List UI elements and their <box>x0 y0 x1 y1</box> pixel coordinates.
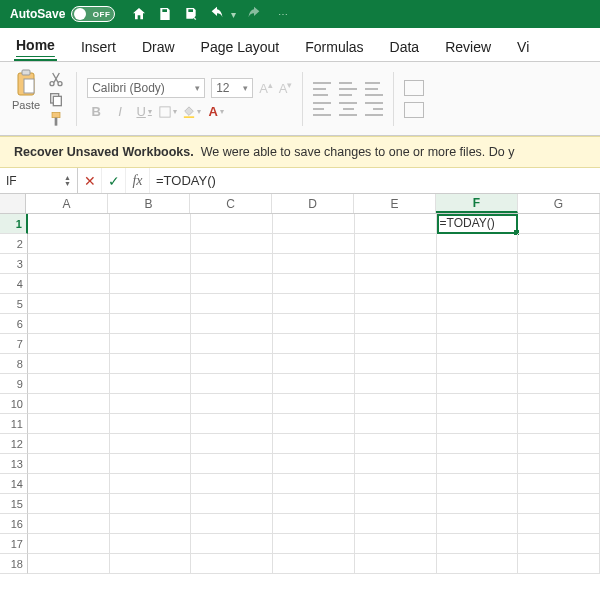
cell-G12[interactable] <box>518 434 600 454</box>
font-name-dropdown[interactable]: Calibri (Body)▾ <box>87 78 205 98</box>
tab-page-layout[interactable]: Page Layout <box>199 33 282 61</box>
cell-E17[interactable] <box>355 534 437 554</box>
row-header-1[interactable]: 1 <box>0 214 28 234</box>
cell-B4[interactable] <box>110 274 192 294</box>
cell-F15[interactable] <box>437 494 519 514</box>
cell-C7[interactable] <box>191 334 273 354</box>
cell-C5[interactable] <box>191 294 273 314</box>
cell-E3[interactable] <box>355 254 437 274</box>
cell-F12[interactable] <box>437 434 519 454</box>
cell-G7[interactable] <box>518 334 600 354</box>
tab-home[interactable]: Home <box>14 31 57 61</box>
cell-F7[interactable] <box>437 334 519 354</box>
cell-F11[interactable] <box>437 414 519 434</box>
cell-G1[interactable] <box>518 214 600 234</box>
cell-B11[interactable] <box>110 414 192 434</box>
column-header-B[interactable]: B <box>108 194 190 213</box>
row-header-16[interactable]: 16 <box>0 514 28 534</box>
cell-A11[interactable] <box>28 414 110 434</box>
cell-G14[interactable] <box>518 474 600 494</box>
cell-G4[interactable] <box>518 274 600 294</box>
row-header-11[interactable]: 11 <box>0 414 28 434</box>
row-header-17[interactable]: 17 <box>0 534 28 554</box>
cell-D4[interactable] <box>273 274 355 294</box>
cell-D17[interactable] <box>273 534 355 554</box>
row-header-14[interactable]: 14 <box>0 474 28 494</box>
cell-E2[interactable] <box>355 234 437 254</box>
cell-D15[interactable] <box>273 494 355 514</box>
column-header-C[interactable]: C <box>190 194 272 213</box>
cell-F4[interactable] <box>437 274 519 294</box>
cell-A12[interactable] <box>28 434 110 454</box>
cell-A1[interactable] <box>28 214 110 234</box>
redo-icon[interactable] <box>246 6 262 22</box>
cell-E7[interactable] <box>355 334 437 354</box>
merge-cells-icon[interactable] <box>404 102 424 118</box>
row-header-15[interactable]: 15 <box>0 494 28 514</box>
row-header-6[interactable]: 6 <box>0 314 28 334</box>
cell-E15[interactable] <box>355 494 437 514</box>
row-header-5[interactable]: 5 <box>0 294 28 314</box>
cell-E18[interactable] <box>355 554 437 574</box>
align-center-icon[interactable] <box>339 102 357 116</box>
cell-B3[interactable] <box>110 254 192 274</box>
cell-B5[interactable] <box>110 294 192 314</box>
cell-G6[interactable] <box>518 314 600 334</box>
formula-input[interactable]: =TODAY() <box>150 173 600 188</box>
cell-C3[interactable] <box>191 254 273 274</box>
recovery-bar[interactable]: Recover Unsaved Workbooks. We were able … <box>0 136 600 168</box>
cell-B12[interactable] <box>110 434 192 454</box>
undo-dropdown-icon[interactable]: ▾ <box>231 9 236 20</box>
cell-B9[interactable] <box>110 374 192 394</box>
cell-D9[interactable] <box>273 374 355 394</box>
cell-A14[interactable] <box>28 474 110 494</box>
row-header-18[interactable]: 18 <box>0 554 28 574</box>
align-top-icon[interactable] <box>313 82 331 96</box>
tab-review[interactable]: Review <box>443 33 493 61</box>
cell-C9[interactable] <box>191 374 273 394</box>
cell-B17[interactable] <box>110 534 192 554</box>
cell-A4[interactable] <box>28 274 110 294</box>
cell-C18[interactable] <box>191 554 273 574</box>
cell-G16[interactable] <box>518 514 600 534</box>
cell-D5[interactable] <box>273 294 355 314</box>
cell-G10[interactable] <box>518 394 600 414</box>
column-header-A[interactable]: A <box>26 194 108 213</box>
row-header-9[interactable]: 9 <box>0 374 28 394</box>
tab-view[interactable]: Vi <box>515 33 531 61</box>
align-bottom-icon[interactable] <box>365 82 383 96</box>
name-box[interactable]: IF ▲▼ <box>0 168 78 193</box>
cell-F16[interactable] <box>437 514 519 534</box>
cell-A17[interactable] <box>28 534 110 554</box>
cell-A18[interactable] <box>28 554 110 574</box>
cell-B14[interactable] <box>110 474 192 494</box>
cell-C16[interactable] <box>191 514 273 534</box>
row-header-13[interactable]: 13 <box>0 454 28 474</box>
cell-D8[interactable] <box>273 354 355 374</box>
cell-B10[interactable] <box>110 394 192 414</box>
row-header-12[interactable]: 12 <box>0 434 28 454</box>
cell-A13[interactable] <box>28 454 110 474</box>
cell-A9[interactable] <box>28 374 110 394</box>
column-header-D[interactable]: D <box>272 194 354 213</box>
cell-D18[interactable] <box>273 554 355 574</box>
increase-font-icon[interactable]: A▴ <box>259 80 273 96</box>
row-header-4[interactable]: 4 <box>0 274 28 294</box>
undo-icon[interactable] <box>209 6 225 22</box>
cell-D11[interactable] <box>273 414 355 434</box>
cell-E16[interactable] <box>355 514 437 534</box>
cell-F18[interactable] <box>437 554 519 574</box>
cell-A8[interactable] <box>28 354 110 374</box>
cell-E5[interactable] <box>355 294 437 314</box>
cell-F10[interactable] <box>437 394 519 414</box>
cell-G8[interactable] <box>518 354 600 374</box>
column-header-E[interactable]: E <box>354 194 436 213</box>
cell-A10[interactable] <box>28 394 110 414</box>
row-header-2[interactable]: 2 <box>0 234 28 254</box>
cell-F5[interactable] <box>437 294 519 314</box>
cell-E12[interactable] <box>355 434 437 454</box>
row-header-7[interactable]: 7 <box>0 334 28 354</box>
cell-F8[interactable] <box>437 354 519 374</box>
decrease-font-icon[interactable]: A▾ <box>279 80 293 96</box>
format-painter-icon[interactable] <box>48 111 64 127</box>
